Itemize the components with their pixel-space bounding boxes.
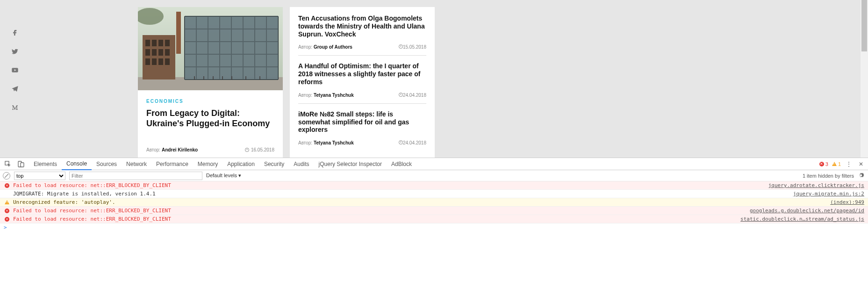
- tab-elements[interactable]: Elements: [29, 159, 62, 170]
- svg-rect-4: [145, 40, 150, 46]
- console-prompt[interactable]: >: [0, 223, 868, 231]
- tab-sources[interactable]: Sources: [92, 159, 122, 170]
- log-source[interactable]: static.doubleclick.n…stream/ad_status.js: [740, 216, 864, 222]
- error-count-badge[interactable]: ✕3: [819, 161, 828, 167]
- log-row[interactable]: ✕ Failed to load resource: net::ERR_BLOC…: [0, 207, 868, 215]
- author-name[interactable]: Tetyana Tyshchuk: [314, 93, 354, 98]
- svg-rect-40: [245, 76, 246, 79]
- devtools-tabs: Elements Console Sources Network Perform…: [0, 158, 868, 170]
- author-name[interactable]: Tetyana Tyshchuk: [314, 140, 354, 145]
- author-prefix: Автор:: [298, 140, 314, 145]
- device-toggle-icon[interactable]: [17, 160, 25, 168]
- filter-input[interactable]: [69, 172, 202, 180]
- page-scrollbar[interactable]: [861, 0, 868, 158]
- list-item[interactable]: A Handful of Optimism: the I quarter of …: [298, 62, 426, 103]
- tab-adblock[interactable]: AdBlock: [387, 159, 416, 170]
- svg-rect-12: [145, 58, 150, 65]
- tab-jquery-inspector[interactable]: jQuery Selector Inspector: [314, 159, 387, 170]
- featured-meta: Автор: Andrei Kirilenko 16.05.2018: [138, 147, 283, 152]
- gear-icon[interactable]: [858, 172, 865, 180]
- log-source[interactable]: (index):949: [830, 199, 864, 205]
- clock-icon: [399, 93, 403, 97]
- facebook-icon[interactable]: [11, 29, 20, 37]
- featured-image: [138, 7, 283, 90]
- log-source[interactable]: googleads.g.doubleclick.net/pagead/id: [750, 208, 864, 214]
- clock-icon: [399, 140, 403, 144]
- tab-console[interactable]: Console: [62, 158, 92, 170]
- tab-audits[interactable]: Audits: [289, 159, 314, 170]
- log-message: Failed to load resource: net::ERR_BLOCKE…: [13, 182, 763, 188]
- article-title[interactable]: A Handful of Optimism: the I quarter of …: [298, 62, 426, 86]
- hidden-items-text: 1 item hidden by filters: [803, 173, 854, 179]
- svg-rect-35: [194, 76, 195, 79]
- log-source[interactable]: jquery.adrotate.clicktracker.js: [768, 182, 864, 188]
- log-message: Unrecognized feature: 'autoplay'.: [13, 199, 825, 205]
- svg-rect-44: [21, 163, 24, 167]
- svg-rect-6: [158, 40, 163, 46]
- tab-security[interactable]: Security: [259, 159, 289, 170]
- svg-rect-37: [213, 76, 214, 79]
- svg-rect-9: [152, 49, 157, 56]
- error-icon: ✕: [5, 209, 9, 213]
- date-text: 24.04.2018: [403, 93, 426, 98]
- error-icon: ✕: [5, 217, 9, 222]
- tab-network[interactable]: Network: [122, 159, 151, 170]
- author-name[interactable]: Andrei Kirilenko: [162, 147, 198, 152]
- author-name[interactable]: Group of Authors: [314, 44, 352, 50]
- svg-line-45: [5, 174, 8, 178]
- svg-rect-10: [158, 49, 163, 56]
- clock-icon: [245, 148, 249, 152]
- clock-icon: [399, 44, 403, 49]
- svg-rect-33: [185, 16, 278, 79]
- article-title[interactable]: iMoRe №82 Small steps: life is somewhat …: [298, 110, 426, 134]
- log-row[interactable]: ✕ Failed to load resource: net::ERR_BLOC…: [0, 215, 868, 223]
- svg-rect-36: [203, 76, 204, 79]
- svg-rect-13: [152, 58, 157, 65]
- error-icon: ✕: [5, 183, 9, 188]
- list-item[interactable]: Ten Accusations from Olga Bogomolets tow…: [298, 14, 426, 56]
- medium-icon[interactable]: [11, 104, 20, 112]
- inspect-icon[interactable]: [4, 160, 12, 168]
- log-levels-dropdown[interactable]: Default levels ▾: [206, 173, 241, 179]
- svg-rect-5: [152, 40, 157, 46]
- author-prefix: Автор:: [146, 147, 162, 152]
- svg-rect-39: [231, 76, 232, 79]
- log-row[interactable]: Unrecognized feature: 'autoplay'. (index…: [0, 198, 868, 207]
- list-item[interactable]: iMoRe №82 Small steps: life is somewhat …: [298, 110, 426, 145]
- telegram-icon[interactable]: [11, 85, 20, 94]
- svg-rect-41: [259, 76, 260, 79]
- log-row[interactable]: JQMIGRATE: Migrate is installed, version…: [0, 190, 868, 198]
- date-text: 24.04.2018: [403, 140, 426, 145]
- clear-console-icon[interactable]: [3, 172, 10, 180]
- article-title[interactable]: Ten Accusations from Olga Bogomolets tow…: [298, 14, 426, 38]
- twitter-icon[interactable]: [11, 48, 20, 56]
- close-icon[interactable]: ✕: [857, 160, 865, 168]
- warning-icon: [5, 200, 9, 204]
- svg-rect-15: [165, 58, 170, 65]
- author-prefix: Автор:: [298, 44, 314, 50]
- svg-rect-8: [145, 49, 150, 56]
- context-select[interactable]: top: [14, 172, 65, 180]
- category-label[interactable]: ECONOMICS: [146, 99, 274, 104]
- devtools-panel: Elements Console Sources Network Perform…: [0, 158, 868, 281]
- log-row[interactable]: ✕ Failed to load resource: net::ERR_BLOC…: [0, 181, 868, 190]
- date-text: 16.05.2018: [251, 147, 274, 152]
- scrollbar-thumb[interactable]: [861, 0, 867, 51]
- svg-rect-16: [176, 12, 181, 54]
- author-prefix: Автор:: [298, 93, 314, 98]
- article-list-card: Ten Accusations from Olga Bogomolets tow…: [290, 7, 435, 158]
- svg-rect-11: [165, 49, 170, 56]
- tab-application[interactable]: Application: [222, 159, 259, 170]
- log-message: JQMIGRATE: Migrate is installed, version…: [13, 191, 788, 197]
- svg-rect-14: [158, 58, 163, 65]
- tab-performance[interactable]: Performance: [151, 159, 193, 170]
- featured-article-card[interactable]: ECONOMICS From Legacy to Digital: Ukrain…: [138, 7, 283, 158]
- console-log: ✕ Failed to load resource: net::ERR_BLOC…: [0, 181, 868, 223]
- svg-rect-38: [222, 76, 223, 79]
- youtube-icon[interactable]: [11, 66, 20, 75]
- tab-memory[interactable]: Memory: [193, 159, 222, 170]
- featured-title[interactable]: From Legacy to Digital: Ukraine's Plugge…: [146, 108, 274, 129]
- more-icon[interactable]: ⋮: [845, 160, 853, 168]
- warning-count-badge[interactable]: 1: [832, 161, 841, 167]
- log-source[interactable]: jquery-migrate.min.js:2: [793, 191, 864, 197]
